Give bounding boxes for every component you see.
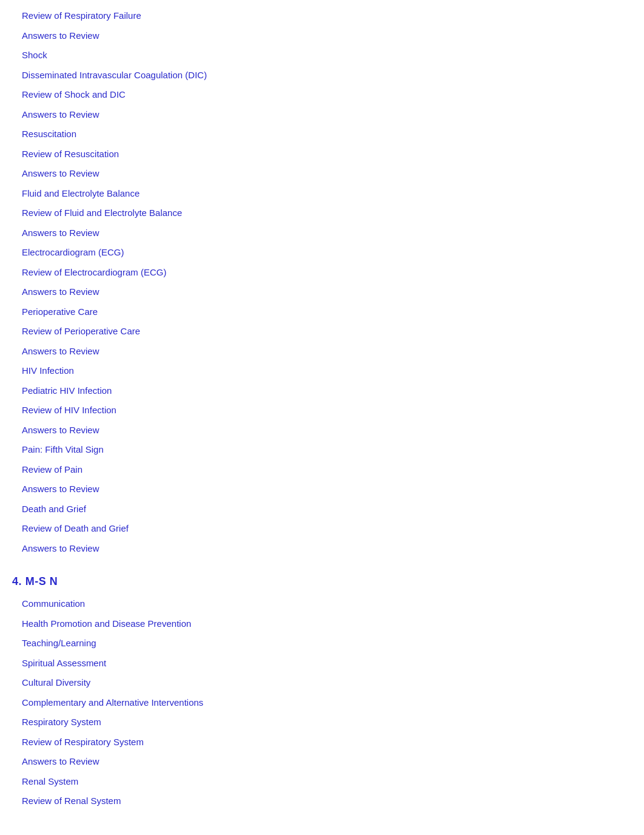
link-disseminated-intravascular[interactable]: Disseminated Intravascular Coagulation (… xyxy=(12,66,632,86)
link-review-perioperative-care[interactable]: Review of Perioperative Care xyxy=(12,322,632,342)
link-pediatric-hiv-infection[interactable]: Pediatric HIV Infection xyxy=(12,381,632,401)
link-resuscitation[interactable]: Resuscitation xyxy=(12,124,632,144)
link-review-renal-system[interactable]: Review of Renal System xyxy=(12,791,632,811)
link-review-pain[interactable]: Review of Pain xyxy=(12,460,632,480)
link-perioperative-care[interactable]: Perioperative Care xyxy=(12,302,632,322)
link-answers-review-6[interactable]: Answers to Review xyxy=(12,342,632,362)
section-4: 4. M-S N Communication Health Promotion … xyxy=(12,558,632,811)
link-review-ecg[interactable]: Review of Electrocardiogram (ECG) xyxy=(12,263,632,283)
link-teaching-learning[interactable]: Teaching/Learning xyxy=(12,634,632,654)
top-links-list: Review of Respiratory Failure Answers to… xyxy=(12,6,632,558)
link-answers-review-4[interactable]: Answers to Review xyxy=(12,223,632,243)
link-complementary-alternative[interactable]: Complementary and Alternative Interventi… xyxy=(12,693,632,713)
link-answers-review-3[interactable]: Answers to Review xyxy=(12,164,632,184)
link-review-resuscitation[interactable]: Review of Resuscitation xyxy=(12,144,632,164)
link-ecg[interactable]: Electrocardiogram (ECG) xyxy=(12,243,632,263)
link-answers-review-2[interactable]: Answers to Review xyxy=(12,105,632,125)
link-answers-review-7[interactable]: Answers to Review xyxy=(12,421,632,441)
link-fluid-electrolyte[interactable]: Fluid and Electrolyte Balance xyxy=(12,184,632,204)
link-review-death-grief[interactable]: Review of Death and Grief xyxy=(12,519,632,539)
link-answers-review-10[interactable]: Answers to Review xyxy=(12,752,632,772)
link-answers-review-8[interactable]: Answers to Review xyxy=(12,479,632,499)
link-review-respiratory-system[interactable]: Review of Respiratory System xyxy=(12,732,632,752)
link-renal-system[interactable]: Renal System xyxy=(12,772,632,792)
link-review-respiratory-failure[interactable]: Review of Respiratory Failure xyxy=(12,6,632,26)
link-spiritual-assessment[interactable]: Spiritual Assessment xyxy=(12,654,632,674)
link-review-shock-dic[interactable]: Review of Shock and DIC xyxy=(12,85,632,105)
main-content: Review of Respiratory Failure Answers to… xyxy=(0,0,644,823)
link-answers-review-9[interactable]: Answers to Review xyxy=(12,539,632,559)
link-cultural-diversity[interactable]: Cultural Diversity xyxy=(12,673,632,693)
section-4-links: Communication Health Promotion and Disea… xyxy=(12,594,632,811)
link-death-grief[interactable]: Death and Grief xyxy=(12,499,632,519)
link-respiratory-system[interactable]: Respiratory System xyxy=(12,712,632,732)
link-hiv-infection[interactable]: HIV Infection xyxy=(12,361,632,381)
section-4-header: 4. M-S N xyxy=(12,558,632,594)
link-review-fluid-electrolyte[interactable]: Review of Fluid and Electrolyte Balance xyxy=(12,203,632,223)
link-pain-fifth-vital-sign[interactable]: Pain: Fifth Vital Sign xyxy=(12,440,632,460)
link-communication[interactable]: Communication xyxy=(12,594,632,614)
link-review-hiv-infection[interactable]: Review of HIV Infection xyxy=(12,401,632,421)
link-answers-review-1[interactable]: Answers to Review xyxy=(12,26,632,46)
link-answers-review-5[interactable]: Answers to Review xyxy=(12,282,632,302)
link-shock[interactable]: Shock xyxy=(12,46,632,66)
link-health-promotion[interactable]: Health Promotion and Disease Prevention xyxy=(12,614,632,634)
